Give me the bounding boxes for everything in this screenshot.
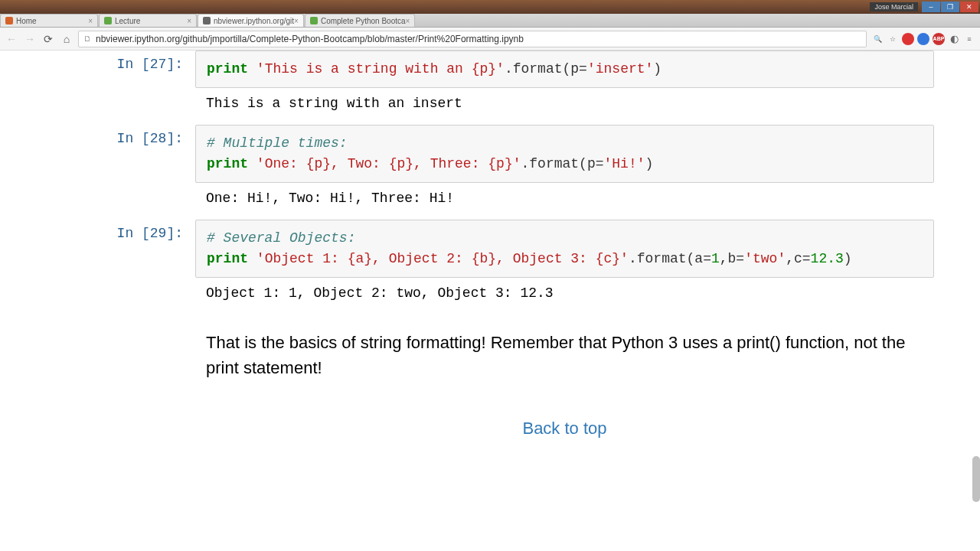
tab-bootcamp[interactable]: Complete Python Bootca × xyxy=(305,14,415,27)
forward-button[interactable]: → xyxy=(23,32,37,46)
zoom-icon[interactable]: 🔍 xyxy=(871,33,884,45)
input-prompt: In [29]: xyxy=(46,220,195,308)
scrollbar-thumb[interactable] xyxy=(972,456,980,502)
favicon-home-icon xyxy=(5,17,13,24)
back-to-top-link[interactable]: Back to top xyxy=(522,419,606,438)
extension-icon[interactable] xyxy=(902,33,914,45)
markdown-text: That is the basics of string formatting!… xyxy=(195,315,934,388)
tab-home[interactable]: Home × xyxy=(0,14,98,27)
cell-output: Object 1: 1, Object 2: two, Object 3: 12… xyxy=(195,278,934,308)
tab-label: Complete Python Bootca xyxy=(321,17,406,25)
cell-output: This is a string with an insert xyxy=(195,88,934,119)
toolbar-icons: 🔍 ☆ ABP ◐ ≡ xyxy=(871,33,975,45)
window-minimize-button[interactable]: – xyxy=(922,2,940,12)
favicon-nbviewer-icon xyxy=(203,17,211,24)
favicon-udemy-icon xyxy=(310,17,318,24)
address-bar[interactable]: 🗋 nbviewer.ipython.org/github/jmportilla… xyxy=(78,31,867,47)
browser-tab-bar: Home × Lecture × nbviewer.ipython.org/gi… xyxy=(0,14,980,28)
user-badge: Jose Marcial xyxy=(870,2,918,11)
extension-icon[interactable]: ◐ xyxy=(948,33,960,45)
tab-nbviewer[interactable]: nbviewer.ipython.org/git × xyxy=(198,14,304,27)
tab-label: Home xyxy=(16,17,37,25)
tab-close-icon[interactable]: × xyxy=(187,17,191,25)
code-input: # Multiple times: print 'One: {p}, Two: … xyxy=(195,125,934,183)
favicon-udemy-icon xyxy=(104,17,112,24)
cell-output: One: Hi!, Two: Hi!, Three: Hi! xyxy=(195,183,934,214)
window-close-button[interactable]: ✕ xyxy=(960,2,978,12)
empty-prompt xyxy=(46,315,195,454)
cell-28: In [28]: # Multiple times: print 'One: {… xyxy=(46,125,934,214)
browser-toolbar: ← → ⟳ ⌂ 🗋 nbviewer.ipython.org/github/jm… xyxy=(0,28,980,51)
page-content[interactable]: In [27]: print 'This is a string with an… xyxy=(0,51,980,551)
tab-label: Lecture xyxy=(115,17,140,25)
adblock-icon[interactable]: ABP xyxy=(933,33,945,45)
window-maximize-button[interactable]: ❐ xyxy=(941,2,959,12)
cell-27: In [27]: print 'This is a string with an… xyxy=(46,51,934,119)
extension-icon[interactable] xyxy=(917,33,929,45)
page-info-icon: 🗋 xyxy=(83,34,93,44)
bookmark-icon[interactable]: ☆ xyxy=(887,33,899,45)
input-prompt: In [27]: xyxy=(46,51,195,119)
markdown-cell: That is the basics of string formatting!… xyxy=(46,315,934,454)
window-title-bar: Jose Marcial – ❐ ✕ xyxy=(0,0,980,14)
tab-close-icon[interactable]: × xyxy=(294,17,299,25)
url-text: nbviewer.ipython.org/github/jmportilla/C… xyxy=(96,34,524,44)
input-prompt: In [28]: xyxy=(46,125,195,214)
tab-close-icon[interactable]: × xyxy=(88,17,93,25)
notebook: In [27]: print 'This is a string with an… xyxy=(31,51,949,454)
code-input: print 'This is a string with an {p}'.for… xyxy=(195,51,934,88)
code-input: # Several Objects: print 'Object 1: {a},… xyxy=(195,220,934,278)
menu-icon[interactable]: ≡ xyxy=(963,33,975,45)
cell-29: In [29]: # Several Objects: print 'Objec… xyxy=(46,220,934,308)
tab-lecture[interactable]: Lecture × xyxy=(99,14,197,27)
reload-button[interactable]: ⟳ xyxy=(41,32,55,46)
tab-label: nbviewer.ipython.org/git xyxy=(214,17,294,25)
back-button[interactable]: ← xyxy=(5,32,18,46)
tab-close-icon[interactable]: × xyxy=(406,17,410,25)
home-button[interactable]: ⌂ xyxy=(60,32,74,46)
back-to-top-wrapper: Back to top xyxy=(195,388,934,454)
